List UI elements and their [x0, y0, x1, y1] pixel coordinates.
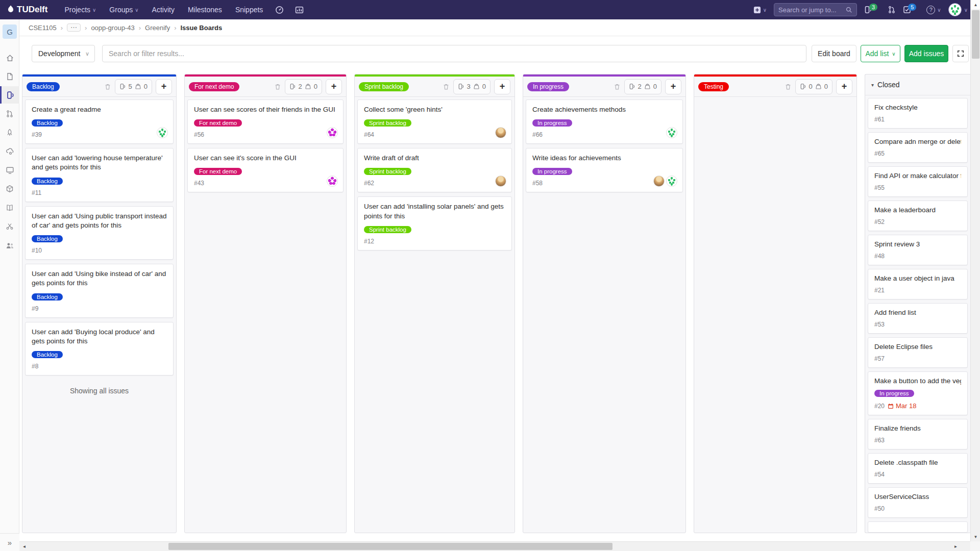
nav-activity[interactable]: Activity — [146, 0, 180, 19]
dashboard-gauge-icon[interactable] — [271, 6, 288, 14]
nav-todos-icon[interactable]: 5 — [903, 6, 919, 14]
issue-card[interactable]: Find API or make calculator for CO2 #55 — [868, 166, 968, 197]
nav-issues-icon[interactable]: 3 — [864, 6, 880, 14]
nav-snippets[interactable]: Snippets — [230, 0, 268, 19]
issue-card[interactable]: User can add 'Buying local produce' and … — [25, 322, 174, 375]
add-list-button[interactable]: Add list ∨ — [861, 45, 900, 62]
global-search[interactable] — [774, 3, 857, 16]
scroll-down-arrow[interactable]: ▼ — [971, 532, 980, 541]
issue-card[interactable]: UserServiceClass #50 — [868, 487, 968, 518]
sidebar-item-members[interactable] — [0, 237, 19, 254]
issue-label[interactable]: For next demo — [194, 119, 242, 127]
issue-card[interactable]: Collect some 'green hints' Sprint backlo… — [357, 99, 512, 144]
issue-label[interactable]: Backlog — [32, 351, 63, 358]
issue-card[interactable]: User can add 'Using public transport ins… — [25, 206, 174, 260]
filter-bar[interactable] — [102, 45, 806, 62]
add-issue-to-list-button[interactable]: + — [494, 79, 510, 94]
add-issue-to-list-button[interactable]: + — [326, 79, 342, 94]
issue-card[interactable]: Create a great readme Backlog #39 — [25, 99, 174, 144]
help-menu[interactable]: ? ∨ — [926, 6, 941, 14]
issue-label[interactable]: Sprint backlog — [364, 226, 411, 233]
list-title-pill[interactable]: In progress — [527, 82, 569, 91]
issue-card[interactable]: User can add 'installing solar panels' a… — [357, 196, 512, 250]
issue-card[interactable]: Compare adn merge or delete old b #65 — [868, 132, 968, 163]
issue-card[interactable]: Add friend list #53 — [868, 303, 968, 334]
issue-label[interactable]: Backlog — [32, 235, 63, 242]
edit-board-button[interactable]: Edit board — [812, 45, 856, 62]
list-title-pill[interactable]: Testing — [698, 82, 729, 91]
fullscreen-button[interactable] — [952, 45, 969, 62]
issue-label[interactable]: For next demo — [194, 168, 242, 175]
global-search-input[interactable] — [778, 6, 846, 14]
collapse-list-icon[interactable]: ▾ — [871, 82, 874, 88]
scroll-up-arrow[interactable]: ▲ — [971, 0, 980, 9]
nav-merge-requests-icon[interactable] — [888, 6, 896, 14]
delete-list-icon[interactable] — [104, 83, 111, 90]
horizontal-scrollbar[interactable]: ◄ ► — [19, 541, 970, 551]
sidebar-item-home[interactable] — [0, 49, 19, 66]
issue-card[interactable]: User can see it's score in the GUI For n… — [187, 148, 344, 192]
delete-list-icon[interactable] — [785, 83, 792, 90]
sidebar-item-monitor[interactable] — [0, 161, 19, 179]
issue-label[interactable]: Backlog — [32, 119, 63, 127]
issue-label[interactable]: Sprint backlog — [364, 119, 411, 127]
nav-milestones[interactable]: Milestones — [182, 0, 228, 19]
breadcrumb-ellipsis[interactable]: ⋯ — [67, 23, 81, 32]
sidebar-item-cicd[interactable] — [0, 124, 19, 141]
issue-card[interactable]: Make a user object in java #21 — [868, 269, 968, 299]
nav-projects[interactable]: Projects∨ — [59, 0, 102, 19]
sidebar-item-wiki[interactable] — [0, 199, 19, 216]
vertical-scroll-thumb[interactable] — [972, 10, 979, 59]
issue-card[interactable]: User can add 'Using bike instead of car'… — [25, 264, 174, 317]
breadcrumb-subgroup[interactable]: oopp-group-43 — [91, 24, 134, 32]
issue-card[interactable]: Make a button to add the vegetarian In p… — [868, 371, 968, 415]
delete-list-icon[interactable] — [614, 83, 621, 90]
board-switcher[interactable]: Development ∨ — [32, 45, 95, 62]
issue-card[interactable]: Finalize friends #63 — [868, 419, 968, 449]
issue-card[interactable]: User can see scores of their friends in … — [187, 99, 344, 144]
sidebar-item-merge-requests[interactable] — [0, 105, 19, 122]
issue-label[interactable]: Sprint backlog — [364, 168, 411, 175]
user-menu[interactable]: ∨ — [948, 3, 968, 16]
issue-card[interactable]: Delete Eclipse files #57 — [868, 337, 968, 368]
sidebar-expand-toggle[interactable]: » — [0, 533, 19, 551]
sidebar-item-issue-boards[interactable] — [0, 86, 19, 104]
breadcrumb-group[interactable]: CSE1105 — [29, 24, 57, 32]
add-issue-to-list-button[interactable]: + — [836, 79, 852, 94]
issue-card[interactable] — [868, 521, 968, 533]
add-issue-to-list-button[interactable]: + — [665, 79, 681, 94]
add-issue-to-list-button[interactable]: + — [156, 79, 172, 94]
nav-groups[interactable]: Groups∨ — [104, 0, 144, 19]
issue-card[interactable]: Fix checkstyle #61 — [868, 98, 968, 129]
issue-card[interactable]: Write draft of draft Sprint backlog #62 — [357, 148, 512, 192]
issue-card[interactable]: Make a leaderboard #52 — [868, 201, 968, 231]
issue-label[interactable]: Backlog — [32, 293, 63, 300]
sidebar-item-packages[interactable] — [0, 180, 19, 197]
issue-label[interactable]: Backlog — [32, 178, 63, 185]
sidebar-item-snippets[interactable] — [0, 218, 19, 235]
issue-card[interactable]: User can add 'lowering house temperature… — [25, 148, 174, 202]
tudelft-logo[interactable]: TUDelft — [7, 5, 47, 15]
scroll-right-arrow[interactable]: ► — [951, 542, 961, 551]
issue-card[interactable]: Sprint review 3 #48 — [868, 235, 968, 265]
list-title-pill[interactable]: Backlog — [27, 82, 60, 91]
list-title-pill[interactable]: Sprint backlog — [359, 82, 409, 91]
delete-list-icon[interactable] — [274, 83, 281, 90]
project-avatar[interactable]: G — [3, 24, 17, 39]
new-menu-button[interactable]: ∨ — [753, 6, 767, 14]
issue-card[interactable]: Write ideas for achievements In progress… — [526, 148, 683, 192]
list-title-pill[interactable]: For next demo — [189, 82, 239, 91]
sidebar-item-repository[interactable] — [0, 68, 19, 85]
issue-label[interactable]: In progress — [532, 119, 572, 127]
breadcrumb-project[interactable]: Greenify — [145, 24, 170, 32]
issue-label[interactable]: In progress — [532, 168, 572, 175]
charts-icon[interactable] — [290, 6, 308, 14]
filter-input[interactable] — [109, 49, 800, 58]
horizontal-scroll-thumb[interactable] — [168, 543, 612, 550]
scroll-left-arrow[interactable]: ◄ — [19, 542, 29, 551]
issue-card[interactable]: Delete .classpath file #54 — [868, 453, 968, 484]
delete-list-icon[interactable] — [443, 83, 450, 90]
vertical-scrollbar[interactable]: ▲ ▼ — [970, 0, 980, 551]
sidebar-item-operations[interactable] — [0, 142, 19, 160]
add-issues-button[interactable]: Add issues — [904, 45, 948, 62]
